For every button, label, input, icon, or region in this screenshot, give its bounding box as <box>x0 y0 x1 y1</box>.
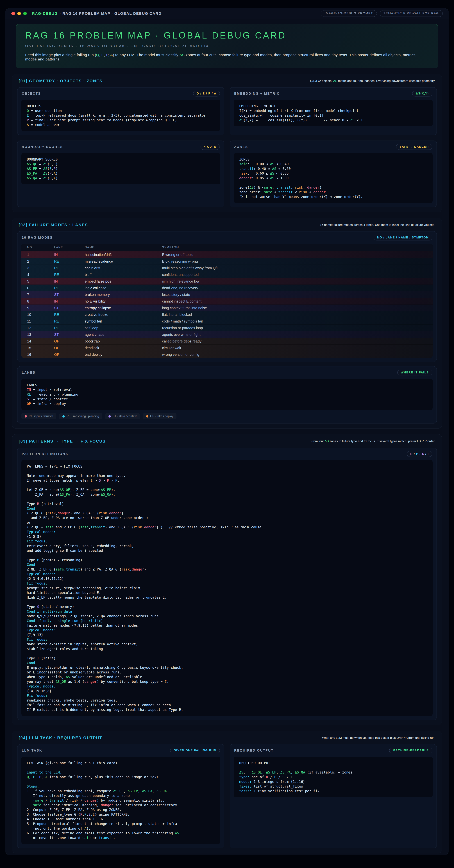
page-content: RAG 16 PROBLEM MAP · GLOBAL DEBUG CARD O… <box>5 19 449 854</box>
code-line: stabilize agent roles and turn-taking. <box>27 647 427 651</box>
modes-table-body: 1INhallucination/driftE wrong or off-top… <box>22 251 432 358</box>
code-line: When Type I holds, ΔS values are undefin… <box>27 675 427 679</box>
titlebar-badges: IMAGE-AS-DEBUG PROMPT SEMANTIC FIREWALL … <box>321 10 443 17</box>
code-line: Fix focus: <box>27 637 427 642</box>
geometry-grid: OBJECTS Q / E / P / A OBJECTSQ = user qu… <box>17 87 437 207</box>
hero-banner: RAG 16 PROBLEM MAP · GLOBAL DEBUG CARD O… <box>15 24 439 68</box>
panel-boundary-label: BOUNDARY SCORES <box>22 145 63 149</box>
section-geometry: [01] GEOMETRY · OBJECTS · ZONES Q/E/P/A … <box>12 74 442 212</box>
titlebar-badge-image-as-debug-prompt: IMAGE-AS-DEBUG PROMPT <box>321 10 377 17</box>
table-row: 11REsymbol failcode / math / symbols fai… <box>22 318 432 324</box>
code-line: Cond: <box>27 660 427 665</box>
section-failure-modes-title: [02] FAILURE MODES · LANES <box>19 223 88 227</box>
code-line: 5. Propose structural_fixes that change … <box>27 822 215 826</box>
window-title: RAG-DEBUG· RAG 16 PROBLEM MAP · GLOBAL D… <box>32 11 162 16</box>
code-line: I(X) = embedding of text X from one fixe… <box>239 108 427 113</box>
code-line: {2,3,4,6,10,11,12} <box>27 576 427 581</box>
code-line: failure matches modes {7,9,13} better th… <box>27 623 427 628</box>
table-row: 1INhallucination/driftE wrong or off-top… <box>22 251 432 258</box>
panel-rag-modes-label: 16 RAG MODES <box>22 236 53 240</box>
llm-task-grid: LLM TASK GIVEN ONE FAILING RUN LLM TASK … <box>17 744 437 848</box>
code-line: or <box>27 520 427 525</box>
panel-embedding-metric: EMBEDDING + METRIC ΔS(X,Y) EMBEDDING + M… <box>230 87 437 135</box>
panel-zones-label: ZONES <box>234 145 248 149</box>
panel-required-output: REQUIRED OUTPUT MACHINE-READABLE REQUIRE… <box>230 744 437 848</box>
lane-color-dot <box>62 415 65 417</box>
code-line <box>27 765 215 770</box>
code-line: E empty, placeholder or clearly mismatch… <box>27 665 427 670</box>
panel-lanes: LANES WHERE IT FAILS LANESIN = input / r… <box>17 366 437 424</box>
code-line: 2. Compute Z_QE, Z_EP, Z_PA, Z_QA using … <box>27 807 215 812</box>
code-line: PATTERNS → TYPE → FIX FOCUS <box>27 464 427 469</box>
code-line <box>239 180 427 185</box>
code-line: Cond: <box>27 562 427 567</box>
section-llm-task-title: [04] LLM TASK · REQUIRED OUTPUT <box>19 736 102 740</box>
code-line: BOUNDARY SCORES <box>27 157 215 162</box>
table-row: 3REchain driftmulti-step plan drifts awa… <box>22 265 432 271</box>
code-line: tests: 1 tiny verification test per fix <box>239 788 427 793</box>
code-line <box>27 469 427 473</box>
code-line: OBJECTS <box>27 104 215 108</box>
failure-modes-stack: 16 RAG MODES NO / LANE / NAME / SYMPTOM … <box>17 231 437 424</box>
lane-legend-chip-IN: IN · input / retrieval <box>22 413 56 419</box>
code-line: Type I (infra) <box>27 656 427 660</box>
code-line: {14,15,16,8} <box>27 688 427 693</box>
code-line <box>27 651 427 656</box>
code-line: ZONES <box>239 157 427 162</box>
window-close-button[interactable] <box>11 12 15 15</box>
panel-zones-badge: SAFE → DANGER <box>396 144 432 150</box>
code-line: readiness checks, smoke tests, version t… <box>27 698 427 703</box>
code-line: make state explicit in inputs, shorten a… <box>27 642 427 647</box>
section-llm-task-note: What any LLM must do when you feed this … <box>322 736 435 740</box>
code-line: {7,9,13} <box>27 632 427 637</box>
code-line: you may treat ΔS_QE as 1.0 (danger) by c… <box>27 679 427 684</box>
panel-rag-modes-badge: NO / LANE / NAME / SYMPTOM <box>374 235 432 241</box>
code-line: 4. Choose 1-3 mode numbers from 1..16. <box>27 817 215 822</box>
section-failure-modes-header: [02] FAILURE MODES · LANES 16 named fail… <box>17 223 437 227</box>
code-line: OP = infra / deploy <box>27 401 427 406</box>
panel-patterns-label: PATTERN DEFINITIONS <box>22 452 68 456</box>
code-line: P = final user-side prompt string sent t… <box>27 118 215 122</box>
section-failure-modes: [02] FAILURE MODES · LANES 16 named fail… <box>12 218 442 429</box>
code-line: prompt structure, stepwise reasoning, ci… <box>27 586 427 590</box>
page-title: RAG 16 PROBLEM MAP · GLOBAL DEBUG CARD <box>25 30 429 41</box>
window-zoom-button[interactable] <box>23 12 27 15</box>
app-window: RAG-DEBUG· RAG 16 PROBLEM MAP · GLOBAL D… <box>5 8 449 855</box>
code-line: EMBEDDING + METRIC <box>239 104 427 108</box>
code-line: {1,5,8} <box>27 534 427 539</box>
code-line <box>27 483 427 487</box>
panel-boundary-badge: 4 CUTS <box>200 144 220 150</box>
code-line: RE = reasoning / planning <box>27 392 427 397</box>
table-row: 4REbluffconfident, unsupported <box>22 271 432 278</box>
code-line: risk: 0.60 ≤ ΔS < 0.85 <box>239 171 427 176</box>
section-geometry-note: Q/E/P/A objects, ΔS metric and four boun… <box>310 79 435 83</box>
code-line: 1. If you have an embedding tool, comput… <box>27 788 215 793</box>
code-line: Typical modes: <box>27 571 427 576</box>
code-line: ΔS: ΔS_QE, ΔS_EP, ΔS_PA, ΔS_QA (if avail… <box>239 770 427 775</box>
app-name: RAG-DEBUG <box>32 11 58 16</box>
code-line: Note: one mode may appear in more than o… <box>27 473 427 478</box>
code-line: (not only the wording of A). <box>27 826 215 831</box>
code-line <box>27 779 215 784</box>
panel-required-output-label: REQUIRED OUTPUT <box>234 749 273 752</box>
panel-lanes-badge: WHERE IT FAILS <box>397 370 432 375</box>
code-line: E = top-k retrieved docs (small k, e.g.,… <box>27 113 215 118</box>
code-line <box>27 553 427 558</box>
code-line: Typical modes: <box>27 684 427 688</box>
boundary-code-block: BOUNDARY SCORESΔS_QE = ΔS(Q,E)ΔS_EP = ΔS… <box>22 153 220 184</box>
code-line: High Z_EP usually means the template dis… <box>27 595 427 600</box>
table-row: 15OPdeadlockcircular wait <box>22 344 432 351</box>
panel-zones: ZONES SAFE → DANGER ZONESsafe: 0.00 ≤ ΔS… <box>230 141 437 207</box>
window-minimize-button[interactable] <box>17 12 21 15</box>
code-line: ( Z_QE = safe and Z_EP ∈ {safe,transit} … <box>27 525 427 529</box>
code-line: Let Z_QE = zone(ΔS_QE), Z_EP = zone(ΔS_E… <box>27 487 427 492</box>
table-row: 8INno E visibilitycannot inspect E conte… <box>22 298 432 305</box>
code-line: A = model answer <box>27 122 215 127</box>
code-line: danger: 0.85 ≤ ΔS ≤ 1.00 <box>239 176 427 180</box>
zones-code-block: ZONESsafe: 0.00 ≤ ΔS < 0.40transit: 0.40… <box>234 153 432 203</box>
titlebar: RAG-DEBUG· RAG 16 PROBLEM MAP · GLOBAL D… <box>5 8 449 19</box>
section-geometry-header: [01] GEOMETRY · OBJECTS · ZONES Q/E/P/A … <box>17 79 437 83</box>
llm-task-code-block: LLM TASK (given one failing run + this c… <box>22 756 220 844</box>
code-line: If not, directly assign each boundary to… <box>27 793 215 798</box>
code-line: Cond if only a single run (heuristic): <box>27 618 427 623</box>
